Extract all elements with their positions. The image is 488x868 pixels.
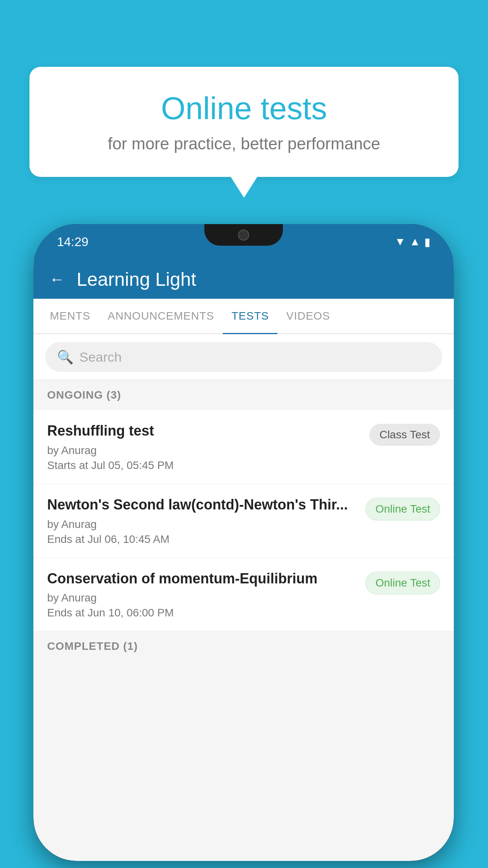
test-list: Reshuffling test by Anurag Starts at Jul…	[33, 410, 454, 631]
search-input[interactable]: Search	[79, 349, 122, 365]
test-item-newton[interactable]: Newton's Second law(contd)-Newton's Thir…	[33, 484, 454, 558]
camera	[238, 230, 249, 241]
test-badge-conservation: Online Test	[365, 572, 440, 594]
back-button[interactable]: ←	[49, 270, 65, 288]
test-time-reshuffling: Starts at Jul 05, 05:45 PM	[47, 459, 361, 472]
test-title-reshuffling: Reshuffling test	[47, 422, 361, 440]
test-author-reshuffling: by Anurag	[47, 444, 361, 457]
status-icons: ▼ ▲ ▮	[395, 235, 430, 248]
tab-announcements[interactable]: ANNOUNCEMENTS	[99, 299, 223, 333]
ongoing-section-header: ONGOING (3)	[33, 380, 454, 410]
test-badge-newton: Online Test	[365, 498, 440, 520]
test-info-newton: Newton's Second law(contd)-Newton's Thir…	[47, 496, 358, 546]
test-title-newton: Newton's Second law(contd)-Newton's Thir…	[47, 496, 358, 514]
test-title-conservation: Conservation of momentum-Equilibrium	[47, 570, 358, 588]
speech-bubble-container: Online tests for more practice, better p…	[29, 67, 459, 198]
battery-icon: ▮	[424, 235, 430, 248]
test-info-conservation: Conservation of momentum-Equilibrium by …	[47, 570, 358, 620]
status-time: 14:29	[57, 235, 88, 249]
notch	[204, 224, 283, 246]
test-item-conservation[interactable]: Conservation of momentum-Equilibrium by …	[33, 558, 454, 632]
search-container: 🔍 Search	[33, 334, 454, 380]
signal-icon: ▲	[409, 235, 420, 248]
phone-screen: ← Learning Light MENTS ANNOUNCEMENTS TES…	[33, 259, 454, 861]
test-badge-reshuffling: Class Test	[369, 424, 440, 446]
tab-videos[interactable]: VIDEOS	[277, 299, 339, 333]
search-icon: 🔍	[57, 349, 73, 365]
tab-tests[interactable]: TESTS	[223, 299, 277, 333]
test-info-reshuffling: Reshuffling test by Anurag Starts at Jul…	[47, 422, 361, 472]
test-author-conservation: by Anurag	[47, 592, 358, 604]
test-time-newton: Ends at Jul 06, 10:45 AM	[47, 533, 358, 546]
search-input-wrapper[interactable]: 🔍 Search	[45, 342, 442, 372]
status-bar: 14:29 ▼ ▲ ▮	[33, 224, 454, 259]
bubble-title: Online tests	[49, 90, 439, 127]
speech-bubble-tail	[230, 176, 258, 198]
app-header: ← Learning Light	[33, 259, 454, 299]
test-item-reshuffling[interactable]: Reshuffling test by Anurag Starts at Jul…	[33, 410, 454, 484]
tab-ments[interactable]: MENTS	[41, 299, 99, 333]
wifi-icon: ▼	[395, 235, 406, 248]
phone-frame: 14:29 ▼ ▲ ▮ ← Learning Light MENTS ANNOU…	[33, 224, 454, 861]
bubble-subtitle: for more practice, better performance	[49, 134, 439, 153]
tabs-bar: MENTS ANNOUNCEMENTS TESTS VIDEOS	[33, 299, 454, 334]
app-title: Learning Light	[77, 268, 196, 290]
speech-bubble: Online tests for more practice, better p…	[29, 67, 459, 177]
test-author-newton: by Anurag	[47, 518, 358, 531]
completed-section-header: COMPLETED (1)	[33, 631, 454, 661]
test-time-conservation: Ends at Jun 10, 06:00 PM	[47, 607, 358, 619]
